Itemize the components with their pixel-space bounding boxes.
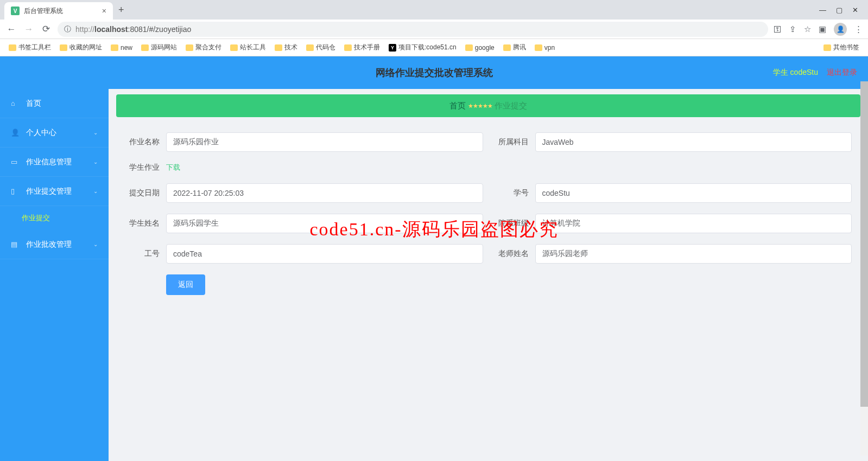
minimize-icon[interactable]: —	[819, 6, 826, 14]
bookmark-item[interactable]: 聚合支付	[182, 41, 225, 54]
input-dept-class[interactable]	[535, 214, 852, 233]
bookmark-item[interactable]: 技术手册	[341, 41, 383, 54]
bookmark-item[interactable]: 腾讯	[500, 41, 529, 54]
sidebar-item[interactable]: ▤作业批改管理⌄	[0, 230, 109, 259]
breadcrumb-current: 作业提交	[495, 101, 527, 111]
forward-button[interactable]: →	[23, 24, 35, 35]
folder-icon	[344, 44, 352, 51]
folder-icon	[535, 44, 542, 51]
breadcrumb-home[interactable]: 首页	[449, 101, 466, 111]
reload-button[interactable]: ⟳	[40, 23, 52, 35]
folder-icon	[60, 44, 67, 51]
input-student-name[interactable]	[166, 214, 483, 233]
user-role-name: 学生 codeStu	[773, 68, 818, 78]
folder-icon	[111, 44, 118, 51]
extensions-icon[interactable]: ▣	[819, 24, 826, 34]
share-icon[interactable]: ⇪	[789, 24, 796, 34]
site-info-icon[interactable]: ⓘ	[64, 24, 71, 34]
folder-icon	[306, 44, 314, 51]
input-submit-date[interactable]	[166, 183, 483, 203]
app-title: 网络作业提交批改管理系统	[376, 66, 493, 79]
sidebar-label: 个人中心	[26, 128, 56, 138]
chevron-down-icon: ⌄	[93, 188, 98, 194]
input-subject[interactable]	[535, 132, 852, 152]
close-tab-icon[interactable]: ×	[102, 7, 106, 15]
logout-link[interactable]: 退出登录	[827, 68, 857, 78]
sidebar-icon: ▭	[11, 158, 20, 166]
window-controls: — ▢ ✕	[819, 6, 868, 14]
bookmark-label: 聚合支付	[195, 43, 221, 52]
sidebar-icon: ▤	[11, 240, 20, 248]
return-button[interactable]: 返回	[166, 274, 205, 295]
sidebar-item[interactable]: ⌂首页	[0, 89, 109, 118]
bookmark-item[interactable]: 源码网站	[138, 41, 180, 54]
sidebar-label: 作业信息管理	[26, 157, 72, 167]
maximize-icon[interactable]: ▢	[836, 6, 842, 14]
folder-icon	[230, 44, 238, 51]
bookmark-item[interactable]: Y项目下载:code51.cn	[385, 41, 460, 54]
folder-icon	[9, 44, 16, 51]
scrollbar-thumb[interactable]	[860, 81, 868, 407]
input-teacher-id[interactable]	[166, 244, 483, 264]
sidebar-item[interactable]: ▯作业提交管理⌄	[0, 177, 109, 206]
browser-chrome: V 后台管理系统 × + — ▢ ✕ ← → ⟳ ⓘ http://localh…	[0, 0, 868, 56]
bookmark-label: 站长工具	[240, 43, 266, 52]
sidebar-icon: 👤	[11, 129, 20, 137]
label-assignment-name: 作业名称	[125, 137, 160, 147]
back-button[interactable]: ←	[5, 24, 17, 35]
bookmark-item[interactable]: 代码仓	[303, 41, 339, 54]
input-assignment-name[interactable]	[166, 132, 483, 152]
chevron-down-icon: ⌄	[93, 159, 98, 165]
url-text: http://localhost:8081/#/zuoyetijiao	[75, 25, 191, 34]
bookmark-label: 源码网站	[151, 43, 177, 52]
bookmark-label: 代码仓	[316, 43, 335, 52]
label-student-id: 学号	[494, 188, 529, 198]
input-teacher-name[interactable]	[535, 244, 852, 264]
folder-icon	[141, 44, 149, 51]
bookmark-item[interactable]: 书签工具栏	[5, 41, 54, 54]
menu-dots-icon[interactable]: ⋮	[854, 24, 863, 34]
url-input[interactable]: ⓘ http://localhost:8081/#/zuoyetijiao	[58, 22, 768, 37]
form-card: 作业名称 所属科目 学生作业下载 提交日期 学号 学生姓名 院系班级 工号 老师…	[116, 127, 860, 308]
vertical-scrollbar[interactable]	[860, 81, 868, 456]
input-student-id[interactable]	[535, 183, 852, 203]
favicon-vue-icon: V	[11, 7, 20, 15]
sidebar-subitem-active[interactable]: 作业提交	[0, 206, 109, 230]
sidebar-item[interactable]: ▭作业信息管理⌄	[0, 148, 109, 177]
bookmark-star-icon[interactable]: ☆	[804, 24, 811, 34]
sidebar-label: 作业批改管理	[26, 240, 72, 249]
y-icon: Y	[389, 44, 396, 52]
folder-icon	[823, 44, 831, 51]
sidebar-label: 作业提交管理	[26, 187, 72, 196]
bookmark-label: 项目下载:code51.cn	[398, 43, 457, 52]
bookmark-item[interactable]: 收藏的网址	[56, 41, 105, 54]
chevron-down-icon: ⌄	[93, 241, 98, 247]
app-header: 网络作业提交批改管理系统 学生 codeStu 退出登录	[0, 56, 868, 89]
address-bar: ← → ⟳ ⓘ http://localhost:8081/#/zuoyetij…	[0, 20, 868, 39]
sidebar-item[interactable]: 👤个人中心⌄	[0, 118, 109, 148]
download-link[interactable]: 下载	[166, 163, 180, 172]
profile-avatar[interactable]: 👤	[834, 23, 847, 36]
bookmark-item[interactable]: vpn	[531, 42, 558, 54]
bookmark-label: google	[475, 44, 495, 52]
sidebar-icon: ⌂	[11, 99, 20, 107]
bookmark-item[interactable]: 技术	[271, 41, 301, 54]
folder-icon	[186, 44, 193, 51]
close-window-icon[interactable]: ✕	[852, 6, 858, 14]
new-tab-button[interactable]: +	[113, 4, 130, 16]
label-subject: 所属科目	[494, 137, 529, 147]
label-student-work: 学生作业	[125, 163, 160, 172]
bookmark-item[interactable]: 站长工具	[227, 41, 269, 54]
label-teacher-id: 工号	[125, 249, 160, 259]
label-student-name: 学生姓名	[125, 219, 160, 228]
bookmark-item[interactable]: new	[107, 42, 136, 54]
tab-title: 后台管理系统	[24, 7, 63, 16]
password-key-icon[interactable]: ⚿	[774, 24, 782, 34]
bookmark-label: 书签工具栏	[18, 43, 51, 52]
sidebar: ⌂首页👤个人中心⌄▭作业信息管理⌄▯作业提交管理⌄作业提交▤作业批改管理⌄	[0, 89, 109, 461]
bookmark-item[interactable]: google	[462, 42, 498, 54]
bookmark-other[interactable]: 其他书签	[820, 41, 863, 54]
bookmark-label: 技术手册	[354, 43, 380, 52]
browser-tab-active[interactable]: V 后台管理系统 ×	[4, 2, 113, 20]
bookmark-label: vpn	[544, 44, 555, 52]
